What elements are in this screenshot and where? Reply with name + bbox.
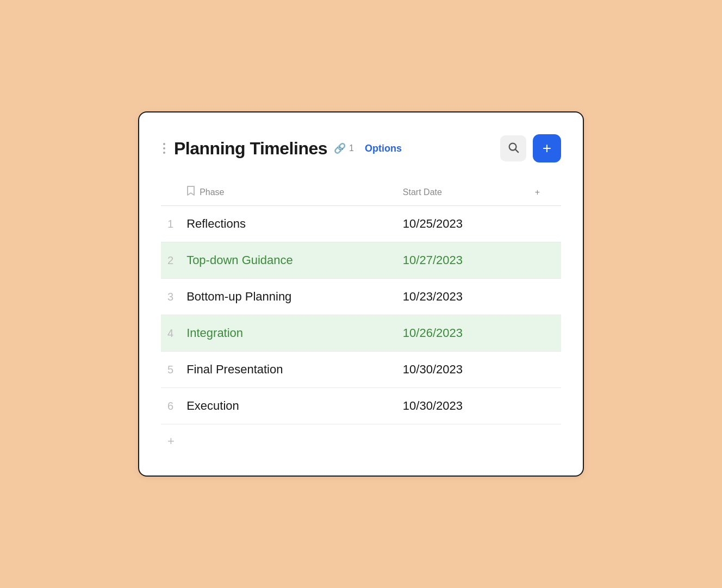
add-column-icon: + (535, 187, 540, 197)
row-number: 5 (161, 352, 180, 388)
start-date-value: 10/23/2023 (403, 290, 463, 303)
row-action-cell (528, 352, 561, 388)
svg-line-1 (515, 149, 518, 152)
row-action-cell (528, 388, 561, 424)
th-start-date: Start Date (396, 180, 528, 206)
row-action-cell (528, 206, 561, 242)
phase-name: Bottom-up Planning (186, 290, 291, 303)
phase-name: Integration (186, 326, 243, 340)
phase-name: Execution (186, 399, 239, 412)
row-action-cell (528, 279, 561, 315)
link-count: 1 (349, 143, 354, 153)
phase-cell: Integration (180, 315, 396, 352)
header: Planning Timelines 🔗 1 Options + (161, 134, 561, 162)
add-button[interactable]: + (533, 134, 561, 162)
th-add-column[interactable]: + (528, 180, 561, 206)
phase-cell: Top-down Guidance (180, 242, 396, 279)
table-row[interactable]: 6 Execution 10/30/2023 (161, 388, 561, 424)
table-row[interactable]: 5 Final Presentation 10/30/2023 (161, 352, 561, 388)
link-icon: 🔗 (334, 142, 346, 154)
phase-name: Final Presentation (186, 362, 283, 376)
search-icon (507, 141, 519, 156)
page-title: Planning Timelines (174, 139, 327, 159)
phase-column-label: Phase (200, 187, 224, 197)
table-header-row: Phase Start Date + (161, 180, 561, 206)
start-date-cell: 10/27/2023 (396, 242, 528, 279)
start-date-cell: 10/30/2023 (396, 388, 528, 424)
row-number: 3 (161, 279, 180, 315)
start-date-value: 10/30/2023 (403, 399, 463, 412)
table-row[interactable]: 3 Bottom-up Planning 10/23/2023 (161, 279, 561, 315)
row-number: 1 (161, 206, 180, 242)
add-row-icon: + (167, 434, 175, 448)
start-date-cell: 10/30/2023 (396, 352, 528, 388)
phase-cell: Execution (180, 388, 396, 424)
plus-icon: + (543, 140, 551, 157)
start-date-cell: 10/25/2023 (396, 206, 528, 242)
bookmark-icon (186, 185, 195, 199)
start-date-cell: 10/26/2023 (396, 315, 528, 352)
row-number: 6 (161, 388, 180, 424)
row-number: 4 (161, 315, 180, 352)
phase-cell: Final Presentation (180, 352, 396, 388)
main-card: Planning Timelines 🔗 1 Options + (138, 111, 584, 477)
start-date-value: 10/26/2023 (403, 326, 463, 340)
start-date-value: 10/27/2023 (403, 253, 463, 267)
th-phase: Phase (180, 180, 396, 206)
table-row[interactable]: 1 Reflections 10/25/2023 (161, 206, 561, 242)
phase-cell: Bottom-up Planning (180, 279, 396, 315)
table-row[interactable]: 4 Integration 10/26/2023 (161, 315, 561, 352)
link-badge: 🔗 1 (334, 142, 354, 154)
phase-cell: Reflections (180, 206, 396, 242)
search-button[interactable] (500, 135, 526, 161)
row-action-cell (528, 315, 561, 352)
row-number: 2 (161, 242, 180, 279)
drag-handle[interactable] (161, 141, 167, 156)
start-date-cell: 10/23/2023 (396, 279, 528, 315)
th-row-num (161, 180, 180, 206)
phase-name: Reflections (186, 217, 246, 230)
add-row-button[interactable]: + (161, 424, 561, 458)
row-action-cell (528, 242, 561, 279)
phase-name: Top-down Guidance (186, 253, 293, 267)
options-button[interactable]: Options (365, 143, 402, 154)
table-row[interactable]: 2 Top-down Guidance 10/27/2023 (161, 242, 561, 279)
start-date-value: 10/30/2023 (403, 362, 463, 376)
start-date-value: 10/25/2023 (403, 217, 463, 230)
planning-table: Phase Start Date + 1 Reflections 10/25/2… (161, 180, 561, 424)
